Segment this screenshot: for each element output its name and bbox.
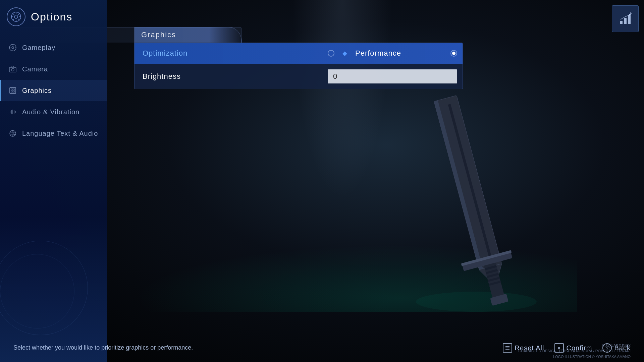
svg-rect-16 — [628, 15, 631, 24]
svg-point-31 — [12, 47, 14, 49]
diamond-icon: ◆ — [342, 50, 347, 57]
sidebar-nav: Gameplay Camera — [0, 37, 107, 144]
svg-rect-39 — [11, 89, 12, 90]
svg-point-17 — [629, 14, 631, 16]
confirm-icon: ✕ — [554, 343, 564, 353]
optimization-control: ◆ Performance — [322, 46, 463, 61]
sidebar-item-language[interactable]: Language Text & Audio — [0, 123, 107, 144]
options-title: Options — [31, 11, 72, 23]
svg-rect-40 — [13, 89, 14, 90]
audio-icon — [8, 107, 17, 117]
sidebar-item-audio[interactable]: Audio & Vibration — [0, 101, 107, 123]
sidebar-item-camera-label: Camera — [22, 65, 48, 73]
sidebar-header: Options — [0, 0, 107, 34]
brightness-control: 0 — [322, 64, 463, 89]
brightness-row[interactable]: Brightness 0 — [135, 64, 463, 89]
svg-line-27 — [18, 19, 19, 20]
optimization-value: Performance — [355, 49, 401, 58]
sidebar-item-camera[interactable]: Camera — [0, 58, 107, 80]
sidebar-item-audio-label: Audio & Vibration — [22, 108, 79, 116]
optimization-radio-right — [450, 50, 457, 57]
circle-symbol: ○ — [605, 346, 608, 351]
sidebar-item-gameplay[interactable]: Gameplay — [0, 37, 107, 58]
svg-rect-36 — [9, 67, 16, 72]
reset-all-label: Reset All — [515, 344, 544, 352]
svg-point-37 — [11, 68, 14, 71]
sidebar-item-gameplay-label: Gameplay — [22, 44, 55, 52]
sidebar: Options Gameplay — [0, 0, 107, 362]
svg-rect-38 — [10, 87, 16, 94]
x-symbol: ✕ — [557, 346, 561, 351]
reset-all-button[interactable]: Reset All — [503, 343, 544, 353]
top-right-stats-button[interactable] — [612, 5, 639, 32]
svg-line-28 — [18, 14, 19, 15]
graphics-icon — [8, 86, 17, 95]
gameplay-icon — [8, 43, 17, 52]
options-icon — [7, 7, 25, 26]
bottom-bar: Select whether you would like to priorit… — [0, 332, 644, 362]
svg-rect-14 — [620, 21, 623, 24]
panel-title: Graphics — [141, 31, 176, 39]
back-label: Back — [614, 344, 631, 352]
confirm-label: Confirm — [567, 344, 592, 352]
confirm-button[interactable]: ✕ Confirm — [554, 343, 592, 353]
panel-title-tab: Graphics — [134, 27, 241, 43]
sidebar-item-graphics-label: Graphics — [22, 87, 52, 95]
optimization-row[interactable]: Optimization ◆ Performance — [135, 43, 463, 64]
brightness-label: Brightness — [135, 66, 322, 87]
svg-rect-42 — [13, 91, 14, 92]
reset-all-icon — [503, 343, 512, 353]
stats-icon — [618, 11, 633, 26]
hint-text: Select whether you would like to priorit… — [13, 344, 193, 351]
back-icon: ○ — [602, 343, 612, 353]
svg-line-26 — [13, 14, 14, 15]
optimization-label: Optimization — [135, 43, 322, 64]
brightness-input-wrapper: 0 — [328, 69, 457, 83]
sidebar-item-language-label: Language Text & Audio — [22, 130, 98, 137]
svg-line-29 — [13, 19, 14, 20]
panel-header: Graphics — [134, 27, 463, 43]
main-content: Graphics Optimization ◆ Performance Brig… — [107, 0, 644, 362]
sidebar-item-graphics[interactable]: Graphics — [0, 80, 107, 101]
svg-rect-15 — [624, 18, 627, 24]
svg-point-48 — [10, 130, 16, 136]
back-button[interactable]: ○ Back — [602, 343, 631, 353]
camera-icon — [8, 64, 17, 74]
svg-point-21 — [14, 15, 18, 18]
action-buttons: Reset All ✕ Confirm ○ Back — [503, 343, 631, 353]
language-icon — [8, 129, 17, 138]
settings-table: Optimization ◆ Performance Brightness 0 — [134, 43, 463, 89]
brightness-value: 0 — [333, 72, 337, 80]
graphics-panel: Graphics Optimization ◆ Performance Brig… — [134, 27, 463, 89]
optimization-radio-left — [328, 50, 334, 57]
svg-rect-41 — [11, 91, 12, 92]
